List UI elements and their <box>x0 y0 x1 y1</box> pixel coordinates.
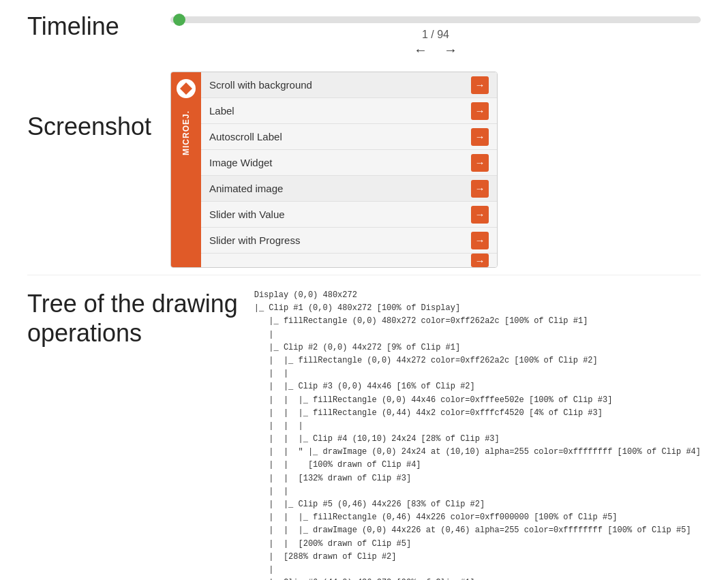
screenshot-frame: MICROEJ. Scroll with background Label Au… <box>170 72 498 268</box>
screenshot-label: Screenshot <box>27 72 170 141</box>
menu-item-text-image-widget: Image Widget <box>209 157 273 168</box>
arrow-btn-partial <box>471 254 489 267</box>
menu-item-label[interactable]: Label <box>201 98 497 124</box>
menu-item-slider-with-value[interactable]: Slider with Value <box>201 202 497 228</box>
arrow-btn-slider-with-value[interactable] <box>471 206 489 224</box>
menu-item-text-animated-image: Animated image <box>209 183 283 194</box>
timeline-dot <box>173 14 185 26</box>
arrow-btn-slider-with-progress[interactable] <box>471 232 489 249</box>
tree-content: Display (0,0) 480x272 |_ Clip #1 (0,0) 4… <box>247 289 701 580</box>
menu-item-animated-image[interactable]: Animated image <box>201 176 497 202</box>
screenshot-section: Screenshot MICROEJ. Scroll with backgrou… <box>0 65 728 275</box>
tree-code: Display (0,0) 480x272 |_ Clip #1 (0,0) 4… <box>254 289 701 580</box>
menu-item-slider-with-progress[interactable]: Slider with Progress <box>201 228 497 254</box>
timeline-label: Timeline <box>27 12 170 41</box>
arrow-btn-animated-image[interactable] <box>471 180 489 198</box>
tree-section: Tree of the drawing operations Display (… <box>0 275 728 580</box>
timeline-content: 1 / 94 ← → <box>170 12 701 58</box>
menu-item-autoscroll-label[interactable]: Autoscroll Label <box>201 124 497 150</box>
timeline-track[interactable] <box>170 16 701 23</box>
timeline-counter-text: 1 / 94 <box>422 29 449 41</box>
menu-item-partial <box>201 254 497 267</box>
menu-item-text-autoscroll-label: Autoscroll Label <box>209 131 282 142</box>
sidebar-logo-icon <box>180 82 192 95</box>
menu-item-text-slider-with-progress: Slider with Progress <box>209 234 300 246</box>
timeline-counter: 1 / 94 ← → <box>414 29 457 58</box>
sidebar-bar: MICROEJ. <box>171 72 201 267</box>
timeline-arrow-right[interactable]: → <box>444 42 457 58</box>
timeline-arrow-left[interactable]: ← <box>414 42 427 58</box>
timeline-section: Timeline 1 / 94 ← → <box>0 0 728 65</box>
arrow-btn-label[interactable] <box>471 102 489 120</box>
arrow-btn-autoscroll-label[interactable] <box>471 128 489 146</box>
menu-item-scroll-with-background[interactable]: Scroll with background <box>201 72 497 98</box>
sidebar-brand-text: MICROEJ. <box>181 110 191 155</box>
tree-label: Tree of the drawing operations <box>27 289 247 348</box>
menu-item-image-widget[interactable]: Image Widget <box>201 150 497 176</box>
menu-item-text-scroll-with-background: Scroll with background <box>209 79 312 91</box>
arrow-btn-scroll-with-background[interactable] <box>471 76 489 94</box>
sidebar-logo <box>177 79 196 98</box>
arrow-btn-image-widget[interactable] <box>471 154 489 172</box>
timeline-arrows: ← → <box>414 42 457 58</box>
menu-list: Scroll with background Label Autoscroll … <box>201 72 497 267</box>
menu-item-text-label: Label <box>209 105 234 117</box>
menu-item-text-slider-with-value: Slider with Value <box>209 209 285 220</box>
